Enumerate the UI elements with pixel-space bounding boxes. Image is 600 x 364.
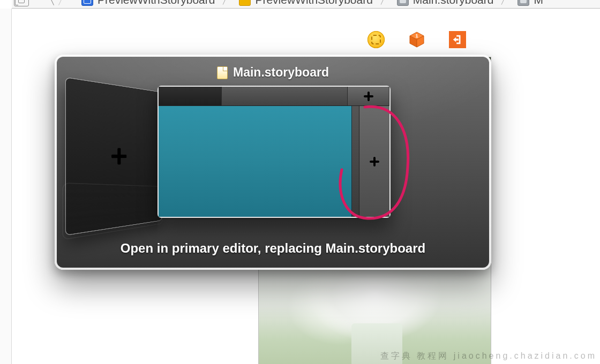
hud-hint-text: Open in primary editor, replacing Main.s…: [57, 241, 489, 256]
storyboard-file-icon: [217, 66, 228, 79]
layout-toggle-button[interactable]: [14, 0, 29, 6]
project-icon: [81, 0, 93, 6]
editor-viewport[interactable]: [159, 106, 352, 217]
nav-forward-button[interactable]: 〉: [57, 0, 68, 9]
breadcrumb[interactable]: Main.storyboard: [397, 0, 494, 6]
watermark: 查字典 教程网 jiaocheng.chazidian.com: [380, 351, 597, 362]
storyboard-icon: [397, 0, 409, 6]
storyboard-icon: [518, 0, 529, 6]
editor-tab-bar: [159, 87, 389, 106]
breadcrumb[interactable]: M: [518, 0, 543, 6]
breadcrumb-label: M: [534, 0, 543, 6]
breadcrumb[interactable]: PreviewWithStoryboard: [81, 0, 215, 6]
editor-reflection: [158, 219, 391, 243]
3d-cube-icon[interactable]: 1: [408, 31, 425, 48]
editor-tab-empty: [222, 87, 348, 105]
chevron-right-icon: 〉: [218, 0, 236, 7]
chevron-right-icon: 〉: [497, 0, 514, 7]
secondary-editor-target[interactable]: [65, 77, 162, 236]
exit-icon[interactable]: [449, 31, 466, 48]
path-bar: 〈 〉 PreviewWithStoryboard 〉 PreviewWithS…: [12, 0, 600, 9]
hud-title: Main.storyboard: [57, 65, 489, 80]
breadcrumb-label: PreviewWithStoryboard: [98, 0, 215, 6]
image-preview[interactable]: [258, 263, 491, 364]
svg-text:1: 1: [415, 33, 418, 39]
chevron-right-icon: 〉: [376, 0, 394, 7]
editor-tab[interactable]: [159, 87, 222, 105]
new-assistant-column-button[interactable]: [359, 106, 389, 217]
editor-canvas: 1 Main.storyboard: [12, 9, 600, 364]
left-gutter: [0, 9, 12, 364]
assistant-editor-icon[interactable]: [368, 31, 385, 48]
vertical-scrollbar[interactable]: [352, 106, 359, 217]
hud-file-name: Main.storyboard: [233, 65, 329, 80]
scene-toolbar: 1: [60, 22, 489, 57]
folder-icon: [239, 0, 251, 6]
open-destination-hud: Main.storyboard: [55, 55, 491, 270]
breadcrumb[interactable]: PreviewWithStoryboard: [239, 0, 372, 6]
breadcrumb-label: PreviewWithStoryboard: [255, 0, 372, 6]
breadcrumb-label: Main.storyboard: [413, 0, 494, 6]
new-tab-button[interactable]: [348, 87, 389, 105]
nav-back-button[interactable]: 〈: [43, 0, 54, 9]
primary-editor-target[interactable]: [158, 86, 391, 218]
